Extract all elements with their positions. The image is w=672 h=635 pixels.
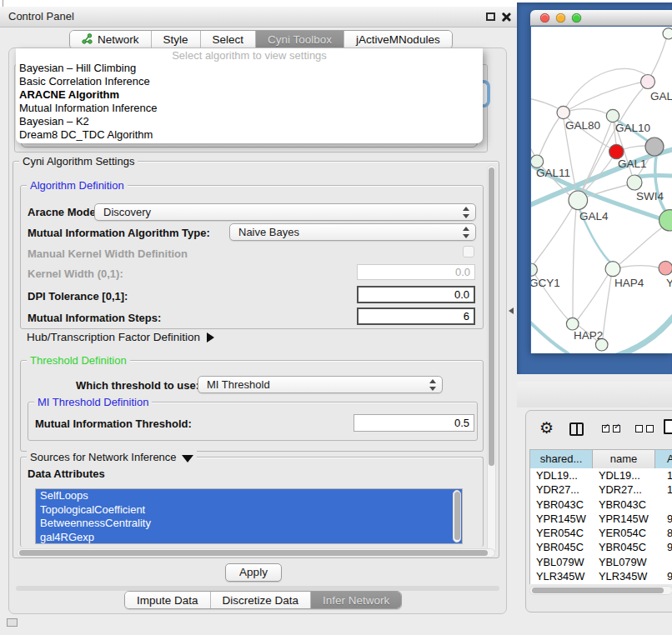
network-edge[interactable]	[603, 277, 611, 338]
network-node[interactable]	[606, 109, 619, 122]
dropdown-item[interactable]: Bayesian – K2	[16, 115, 483, 128]
select-all-checkbox-icon[interactable]: ✓	[602, 425, 609, 432]
network-node[interactable]	[645, 138, 664, 156]
attribute-list-item[interactable]: BetweennessCentrality	[36, 517, 462, 531]
attribute-list-item[interactable]: SelfLoops	[36, 489, 462, 503]
aracne-mode-combobox[interactable]: Discovery	[94, 203, 476, 221]
network-window-titlebar[interactable]	[530, 10, 672, 26]
settings-hscroll-thumb[interactable]	[19, 550, 488, 556]
deselect-all-checkbox-icon[interactable]	[635, 425, 643, 432]
table-column-header[interactable]: name	[593, 450, 655, 468]
network-edge[interactable]	[578, 275, 608, 319]
network-node[interactable]	[557, 106, 569, 118]
tab-infer-network[interactable]: Infer Network	[311, 592, 401, 608]
network-edge[interactable]	[619, 228, 661, 264]
hub-definition-header[interactable]: Hub/Transcription Factor Definition	[27, 331, 214, 343]
network-edge[interactable]	[573, 209, 576, 318]
tab-select[interactable]: Select	[201, 31, 257, 48]
dropdown-item[interactable]: Dream8 DC_TDC Algorithm	[16, 128, 483, 142]
network-edge[interactable]	[539, 118, 559, 155]
dpi-tolerance-field[interactable]: 0.0	[357, 286, 475, 303]
tab-style[interactable]: Style	[152, 31, 201, 48]
table-row[interactable]: YLR345WYLR345W9.	[530, 569, 672, 583]
which-threshold-combobox[interactable]: MI Threshold	[198, 376, 443, 393]
dropdown-item[interactable]: Bayesian – Hill Climbing	[16, 62, 483, 75]
attribute-list-item[interactable]: TopologicalCoefficient	[36, 503, 462, 518]
tab-discretize-data[interactable]: Discretize Data	[211, 592, 312, 608]
table-row[interactable]: YPR145WYPR145W9.	[530, 512, 672, 526]
network-edge[interactable]	[531, 98, 558, 108]
settings-vertical-scrollbar[interactable]	[487, 165, 496, 553]
tab-impute-data[interactable]: Impute Data	[125, 592, 211, 608]
apply-button[interactable]: Apply	[225, 563, 282, 582]
attribute-list-item[interactable]: gal4RGexp	[36, 531, 462, 545]
panel-splitter-arrow-icon[interactable]	[509, 308, 514, 314]
float-panel-icon[interactable]	[486, 12, 495, 21]
table-cell: YDR27...	[530, 482, 593, 497]
network-edge[interactable]	[566, 68, 646, 107]
network-edge[interactable]	[531, 318, 568, 353]
attribute-list-scroll-thumb[interactable]	[454, 492, 460, 540]
network-edge[interactable]	[531, 143, 535, 157]
network-edge[interactable]	[624, 146, 645, 149]
window-close-icon[interactable]	[540, 13, 549, 22]
network-node[interactable]	[659, 210, 672, 231]
network-node[interactable]	[531, 263, 537, 276]
data-attributes-list[interactable]: SelfLoopsTopologicalCoefficientBetweenne…	[35, 488, 463, 544]
network-edge[interactable]	[638, 176, 672, 178]
network-edge[interactable]	[587, 185, 627, 197]
dropdown-item[interactable]: Mutual Information Inference	[16, 102, 483, 115]
kernel-width-field[interactable]: 0.0	[357, 264, 475, 280]
table-horizontal-scrollbar[interactable]	[529, 586, 672, 595]
table-row[interactable]: YBR043CYBR043C	[530, 498, 672, 512]
mi-type-combobox[interactable]: Naive Bayes	[229, 223, 476, 241]
network-node[interactable]	[663, 28, 672, 39]
table-column-header[interactable]: A	[655, 450, 672, 468]
table-row[interactable]: YDR27...YDR27...12	[530, 482, 672, 497]
table-settings-gear-icon[interactable]: ⚙	[539, 420, 554, 436]
tab-cyni-toolbox[interactable]: Cyni Toolbox	[256, 31, 344, 48]
settings-horizontal-scrollbar[interactable]	[17, 548, 495, 558]
select-all-checkbox-icon[interactable]: ✓	[613, 425, 620, 432]
new-table-doc-icon[interactable]	[664, 419, 672, 434]
table-hscroll-thumb[interactable]	[532, 588, 664, 593]
network-node[interactable]	[641, 75, 655, 89]
deselect-all-checkbox-icon[interactable]	[646, 425, 654, 432]
table-row[interactable]: YDL19...YDL19...13	[530, 468, 672, 482]
expanded-arrow-icon[interactable]	[182, 455, 193, 462]
dropdown-item[interactable]: ARACNE Algorithm	[16, 88, 483, 102]
table-row[interactable]: YBR045CYBR045C9.	[530, 540, 672, 554]
network-node[interactable]	[569, 191, 588, 210]
tab-infer-network-label: Infer Network	[323, 594, 389, 607]
attribute-list-scrollbar[interactable]	[453, 490, 461, 542]
mi-steps-field[interactable]: 6	[357, 308, 475, 325]
window-minimize-icon[interactable]	[556, 13, 565, 22]
network-node[interactable]	[627, 175, 642, 190]
show-columns-icon[interactable]	[569, 422, 584, 436]
dropdown-item[interactable]: Basic Correlation Inference	[16, 75, 483, 88]
tab-network[interactable]: Network	[70, 31, 152, 48]
network-edge[interactable]	[534, 208, 572, 264]
control-panel-header: Control Panel	[0, 7, 517, 28]
table-row[interactable]: YBL079WYBL079W	[530, 555, 672, 569]
table-column-header[interactable]: shared...	[530, 450, 593, 468]
settings-vscroll-thumb[interactable]	[489, 168, 494, 466]
tab-jactivemnodules[interactable]: jActiveMNodules	[344, 31, 452, 48]
network-node[interactable]	[566, 318, 579, 330]
mi-threshold-field[interactable]: 0.5	[354, 414, 474, 432]
network-edge[interactable]	[620, 266, 659, 268]
network-node[interactable]	[605, 262, 620, 277]
window-zoom-icon[interactable]	[572, 13, 581, 22]
network-edge[interactable]	[569, 109, 606, 113]
network-view-canvas[interactable]: GALGAL80GAL10GAL1GAL11SWI4GAL4GCY1HAP4YH…	[531, 27, 672, 353]
network-edge[interactable]	[655, 156, 669, 217]
network-node[interactable]	[659, 261, 672, 275]
network-edge[interactable]	[608, 313, 672, 353]
table-row[interactable]: YIL052CYIL052C8	[530, 583, 672, 584]
manual-kernel-checkbox[interactable]	[463, 246, 474, 258]
network-edge[interactable]	[581, 122, 611, 192]
minimized-window-icon[interactable]	[7, 618, 18, 627]
network-edge[interactable]	[651, 39, 666, 75]
table-row[interactable]: YER054CYER054C8.	[530, 526, 672, 540]
close-panel-icon[interactable]	[501, 12, 511, 22]
